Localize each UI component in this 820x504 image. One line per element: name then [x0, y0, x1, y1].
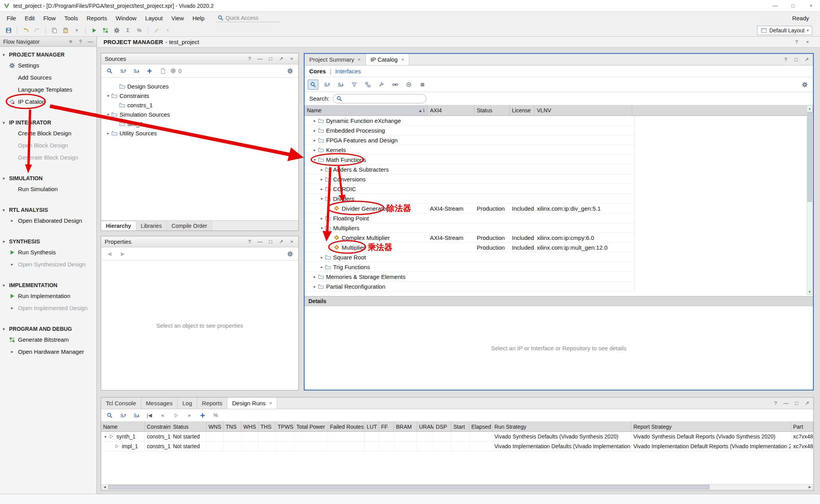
expand-all-button[interactable]: [335, 80, 346, 90]
search-button[interactable]: [104, 410, 115, 421]
tree-item-constraints[interactable]: ▾Constraints: [101, 91, 298, 100]
help-icon[interactable]: ?: [783, 57, 789, 63]
tree-item-simulation-sources[interactable]: ▾Simulation Sources: [101, 110, 298, 119]
wrench-button[interactable]: [376, 80, 387, 90]
help-icon[interactable]: ?: [772, 400, 779, 406]
ip-row-complex-multiplier[interactable]: Complex MultiplierAXI4-StreamProductionI…: [305, 233, 635, 243]
column-header-bram[interactable]: BRAM: [394, 422, 417, 431]
gear-button[interactable]: [285, 66, 295, 76]
expander-closed-icon[interactable]: ▸: [312, 128, 318, 133]
sidebar-item-run-synthesis[interactable]: Run Synthesis: [0, 246, 96, 258]
maximize-icon[interactable]: □: [267, 239, 274, 245]
maximize-icon[interactable]: □: [267, 56, 274, 62]
expander-closed-icon[interactable]: ▸: [319, 255, 325, 259]
column-header-wns[interactable]: WNS: [207, 422, 224, 431]
view-interfaces[interactable]: Interfaces: [335, 68, 361, 75]
tree-item-utility-sources[interactable]: ▸Utility Sources: [101, 128, 298, 138]
column-header-ths[interactable]: THS: [258, 422, 276, 431]
expander-closed-icon[interactable]: ▸: [319, 167, 325, 172]
percent-button[interactable]: %: [210, 410, 221, 421]
expander-closed-icon[interactable]: ▸: [312, 148, 318, 152]
column-header-axi4[interactable]: AXI4: [428, 105, 474, 115]
ip-row-fpga-features-and-design[interactable]: ▸FPGA Features and Design: [305, 135, 635, 145]
column-header-total-power[interactable]: Total Power: [294, 422, 328, 431]
target-button[interactable]: [403, 80, 414, 90]
close-icon[interactable]: ×: [289, 56, 295, 62]
sidebar-item-add-sources[interactable]: Add Sources: [0, 71, 96, 83]
ip-row-partial-reconfiguration[interactable]: ▸Partial Reconfiguration: [305, 282, 635, 291]
menu-window[interactable]: Window: [111, 13, 141, 23]
filter-button[interactable]: [349, 80, 359, 90]
tree-item-design-sources[interactable]: Design Sources: [101, 82, 298, 91]
tab-compile-order[interactable]: Compile Order: [167, 221, 212, 231]
menu-view[interactable]: View: [167, 13, 188, 23]
paste-button[interactable]: [60, 25, 71, 35]
column-header-elapsed[interactable]: Elapsed: [469, 422, 492, 431]
expander-closed-icon[interactable]: ▸: [312, 284, 318, 289]
expander-closed-icon[interactable]: ▸: [319, 265, 325, 269]
expander-closed-icon[interactable]: ▸: [312, 275, 318, 279]
save-button[interactable]: [3, 25, 14, 35]
maximize-icon[interactable]: □: [793, 57, 799, 63]
ip-row-trig-functions[interactable]: ▸Trig Functions: [305, 262, 635, 272]
column-header-status[interactable]: Status: [474, 105, 510, 115]
gear-button[interactable]: [285, 249, 295, 259]
doc-button[interactable]: [157, 66, 168, 76]
sidebar-item-open-implemented-design[interactable]: ▸Open Implemented Design: [0, 302, 96, 314]
ip-row-kernels[interactable]: ▸Kernels: [305, 145, 635, 155]
close-icon[interactable]: ×: [358, 57, 361, 62]
quick-access-search[interactable]: Quick Access: [216, 14, 280, 22]
ip-row-dividers[interactable]: ▾Dividers: [305, 194, 635, 204]
copy-button[interactable]: [49, 25, 59, 35]
expander-closed-icon[interactable]: ▸: [312, 138, 318, 142]
menu-layout[interactable]: Layout: [141, 13, 167, 23]
ip-search-input[interactable]: [333, 94, 426, 103]
ip-row-adders-subtracters[interactable]: ▸Adders & Subtracters: [305, 165, 635, 174]
close-icon[interactable]: ×: [401, 57, 404, 62]
sidebar-item-ip-catalog[interactable]: IP Catalog: [0, 96, 96, 108]
flow-section-header-rtl-analysis[interactable]: ▾RTL ANALYSIS: [0, 205, 96, 215]
scroll-down-arrow[interactable]: ▼: [807, 289, 812, 295]
close-icon[interactable]: ×: [804, 39, 811, 45]
forward-button[interactable]: ▶: [118, 249, 128, 259]
ip-row-conversions[interactable]: ▸Conversions: [305, 174, 635, 184]
scroll-thumb[interactable]: [808, 112, 812, 202]
tab-ip-catalog[interactable]: IP Catalog×: [366, 54, 409, 65]
sidebar-item-run-simulation[interactable]: Run Simulation: [0, 183, 96, 195]
help-icon[interactable]: ?: [793, 39, 800, 45]
sidebar-item-open-synthesized-design[interactable]: ▸Open Synthesized Design: [0, 258, 96, 270]
flow-section-header-implementation[interactable]: ▾IMPLEMENTATION: [0, 280, 96, 290]
minimize-icon[interactable]: —: [783, 400, 789, 406]
column-header-failed-routes[interactable]: Failed Routes: [328, 422, 365, 431]
ip-row-memories-storage-elements[interactable]: ▸Memories & Storage Elements: [305, 272, 635, 282]
column-header-dsp[interactable]: DSP: [434, 422, 451, 431]
tab-log[interactable]: Log: [178, 398, 197, 409]
menu-flow[interactable]: Flow: [39, 13, 60, 23]
menu-reports[interactable]: Reports: [82, 13, 112, 23]
flow-section-header-synthesis[interactable]: ▾SYNTHESIS: [0, 237, 96, 246]
delete-button[interactable]: ×: [71, 25, 82, 35]
flow-section-header-program-and-debug[interactable]: ▾PROGRAM AND DEBUG: [0, 324, 96, 334]
expander-open-icon[interactable]: ▾: [312, 158, 318, 162]
sidebar-item-open-hardware-manager[interactable]: ▸Open Hardware Manager: [0, 346, 96, 358]
expander-closed-icon[interactable]: ▸: [319, 216, 325, 220]
ip-row-cordic[interactable]: ▸CORDIC: [305, 184, 635, 194]
menu-icon[interactable]: ≡: [68, 39, 74, 45]
undo-button[interactable]: [20, 25, 31, 35]
settings-button[interactable]: [111, 25, 122, 35]
tab-project-summary[interactable]: Project Summary×: [305, 54, 366, 65]
expander-closed-icon[interactable]: ▸: [105, 131, 111, 135]
expander-closed-icon[interactable]: ▸: [312, 119, 318, 123]
column-header-start[interactable]: Start: [451, 422, 469, 431]
ip-row-multipliers[interactable]: ▾Multipliers: [305, 223, 635, 233]
flow-section-header-project-manager[interactable]: ▾PROJECT MANAGER: [0, 50, 96, 59]
float-icon[interactable]: ↗: [278, 239, 284, 245]
column-header-vlnv[interactable]: VLNV: [535, 105, 632, 115]
search-button[interactable]: [104, 66, 115, 76]
add-button[interactable]: [197, 410, 208, 421]
scroll-thumb[interactable]: [108, 485, 709, 489]
scroll-up-arrow[interactable]: ▲: [807, 106, 812, 111]
expander-open-icon[interactable]: ▾: [319, 197, 325, 201]
tab-design-runs[interactable]: Design Runs×: [227, 398, 277, 409]
column-header-whs[interactable]: WHS: [241, 422, 258, 431]
